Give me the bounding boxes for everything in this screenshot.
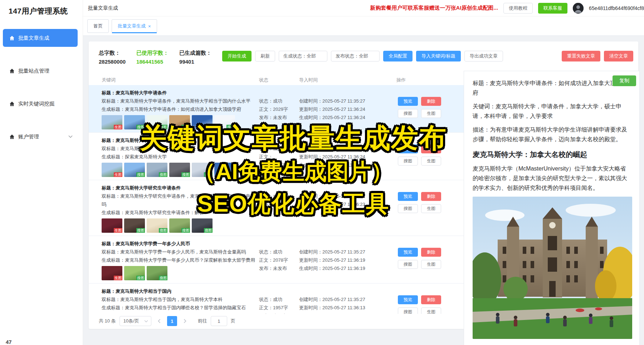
article-thumbnail[interactable]: 生图 — [102, 115, 122, 129]
preview-button[interactable]: 预览 — [398, 295, 418, 304]
publish-status-select[interactable]: 发布状态：全部 — [331, 51, 380, 61]
sidebar-footer-partial: 47 — [6, 339, 12, 345]
campus-photo — [473, 197, 632, 339]
article-thumbnail[interactable]: 搜图 — [124, 115, 145, 129]
publish-line: 发布：未发布 — [259, 161, 299, 169]
import-keywords-button[interactable]: 导入关键词/标题 — [416, 51, 461, 61]
preview-button[interactable]: 预览 — [398, 97, 418, 106]
copy-button[interactable]: 复制 — [613, 75, 636, 86]
delete-button[interactable]: 删除 — [421, 248, 441, 257]
article-thumbnail[interactable]: 搜图 — [147, 115, 167, 129]
article-thumbnail[interactable]: 搜图 — [124, 163, 145, 177]
search-image-tag: 搜图 — [204, 228, 213, 233]
search-image-button[interactable]: 搜图 — [398, 307, 418, 314]
prev-page-button[interactable] — [155, 316, 164, 326]
tutorial-button[interactable]: 使用教程 — [503, 3, 533, 14]
search-image-button[interactable]: 搜图 — [398, 109, 418, 118]
article-generated-title: 生成标题：麦克马斯特大学相当于国内哪些名校？留学选择的隐藏宝石 — [102, 304, 259, 312]
article-thumbnail[interactable]: 搜图 — [214, 163, 235, 177]
search-image-button[interactable]: 搜图 — [398, 260, 418, 269]
keyword-cell: 标题：麦克马斯特大学双标题：麦克马斯特大生成标题：探索麦克马斯特大学生图搜图搜图… — [102, 136, 259, 177]
goto-page-input[interactable] — [211, 316, 227, 326]
clear-articles-button[interactable]: 清空文章 — [604, 51, 633, 61]
tab-article-gen[interactable]: 批量文章生成× — [112, 19, 157, 33]
export-success-button[interactable]: 导出成功文章 — [464, 51, 503, 61]
keyword-cell: 标题：麦克马斯特大学相当于国内双标题：麦克马斯特大学相当于国内，麦克马斯特大学本… — [102, 287, 259, 314]
search-image-button[interactable]: 搜图 — [398, 204, 418, 213]
refresh-button[interactable]: 刷新 — [255, 51, 275, 61]
article-thumbnail[interactable]: 搜图 — [169, 115, 190, 129]
preview-button[interactable]: 预览 — [398, 192, 418, 201]
delete-button[interactable]: 删除 — [421, 295, 441, 304]
close-icon[interactable]: × — [148, 24, 151, 29]
user-id[interactable]: 65e4811dfb644f690f4cf8 — [589, 5, 644, 11]
article-thumbnail[interactable]: 搜图 — [169, 163, 190, 177]
article-thumbnail[interactable]: 生图 — [102, 266, 122, 280]
pagination: 共 10 条 10条/页 1 前往 页 — [99, 316, 235, 326]
next-page-button[interactable] — [181, 316, 189, 326]
sidebar-item-site-mgmt[interactable]: 批量站点管理 — [3, 62, 78, 80]
sidebar-item-account[interactable]: 账户管理 — [3, 128, 78, 146]
tab-label: 批量文章生成 — [118, 23, 146, 29]
sidebar: 147用户管理系统 批量文章生成批量站点管理实时关键词挖掘账户管理 47 — [0, 0, 83, 345]
article-thumbnail[interactable]: 生图 — [102, 218, 122, 233]
article-thumbnail[interactable]: 搜图 — [192, 163, 213, 177]
global-config-button[interactable]: 全局配置 — [383, 51, 413, 61]
stat-label: 已生成篇数： — [179, 49, 211, 57]
generate-status-select[interactable]: 生成状态：全部 — [279, 51, 327, 61]
article-thumbnail[interactable]: 搜图 — [214, 115, 235, 129]
generate-image-button[interactable]: 生图 — [421, 260, 441, 269]
status-line: 状态：成功 — [259, 144, 299, 153]
article-thumbnail[interactable]: 搜图 — [124, 266, 145, 280]
article-double-title: 双标题：麦克马斯特大学学费一年多少人民币，麦克马斯特含金量高吗 — [102, 248, 259, 256]
article-thumbnail[interactable]: 搜图 — [192, 218, 213, 233]
generate-image-button[interactable]: 生图 — [421, 109, 441, 118]
page-size-select[interactable]: 10条/页 — [119, 316, 151, 326]
article-thumbnail[interactable]: 搜图 — [124, 218, 145, 233]
sidebar-item-keyword-mining[interactable]: 实时关键词挖掘 — [3, 95, 78, 113]
article-thumbnail[interactable]: 搜图 — [147, 218, 167, 233]
article-thumbnail[interactable]: 搜图 — [147, 163, 167, 177]
preview-button[interactable]: 预览 — [398, 248, 418, 257]
page-number-button[interactable]: 1 — [167, 316, 177, 326]
time-cell: 创建时间：2025-05-27 11:35:27生成时间：2025-05-27 … — [299, 184, 396, 233]
article-thumbnail[interactable]: 生图 — [102, 163, 122, 177]
article-generated-title: 生成标题：探索麦克马斯特大学 — [102, 153, 259, 161]
delete-button[interactable]: 删除 — [421, 192, 441, 201]
preview-title: 标题：麦克马斯特大学申请条件：如何成功进入加拿大顶级学府 — [473, 78, 631, 98]
time-cell: 创建时间：2025-05-27 11:35:27更新时间：2025-05-27 … — [299, 287, 396, 314]
updated-time: 更新时间：2025-05-27 11:36:19 — [299, 256, 396, 264]
article-thumbnail[interactable]: 搜图 — [192, 115, 213, 129]
generate-image-button[interactable]: 生图 — [421, 204, 441, 213]
contact-support-button[interactable]: 联系客服 — [538, 3, 567, 14]
article-title: 标题：麦克马斯特大学相当于国内 — [102, 287, 259, 295]
generate-image-button[interactable]: 生图 — [421, 157, 441, 166]
thumbnail-strip: 生图搜图搜图 — [102, 266, 259, 280]
user-icon — [573, 3, 584, 14]
delete-button[interactable]: 删除 — [421, 144, 441, 153]
search-image-tag: 搜图 — [226, 125, 235, 129]
preview-button[interactable]: 预览 — [398, 144, 418, 153]
status-cell: 状态：成功发布：未发布 — [259, 184, 299, 233]
start-generate-button[interactable]: 开始生成 — [222, 51, 252, 61]
generate-image-button[interactable]: 生图 — [421, 307, 441, 314]
search-image-button[interactable]: 搜图 — [398, 157, 418, 166]
article-thumbnail[interactable]: 搜图 — [169, 218, 190, 233]
avatar[interactable] — [573, 3, 584, 14]
stat-value: 186441565 — [136, 57, 169, 66]
preview-description: 描述：为有意申请麦克马斯特大学的学生详细讲解申请要求及步骤，帮助你轻松掌握入学条… — [473, 125, 631, 144]
status-cell: 状态：成功正文：2078字发布：未发布 — [259, 240, 299, 280]
article-thumbnail[interactable]: 搜图 — [147, 266, 167, 280]
sidebar-item-article-gen[interactable]: 批量文章生成 — [3, 29, 78, 47]
delete-button[interactable]: 删除 — [421, 97, 441, 106]
created-time: 创建时间：2025-05-27 11:35:27 — [299, 248, 396, 256]
header-right: 新购套餐用户可联系客服赠送一万张AI原创生成配图... 使用教程 联系客服 65… — [370, 3, 644, 14]
tab-home[interactable]: 首页 — [87, 19, 109, 33]
reset-failed-button[interactable]: 重置失败文章 — [562, 51, 600, 61]
tab-bar: 首页批量文章生成× — [83, 16, 644, 36]
generated-time: 生成时间：2025-05-27 11:36:24 — [299, 113, 396, 122]
generated-time: 生成时间：2025-05-27 11:36:23 — [299, 200, 396, 208]
keyword-cell: 标题：麦克马斯特大学申请条件双标题：麦克马斯特大学申请条件，麦克马斯特大学相当于… — [102, 89, 259, 129]
search-image-tag: 搜图 — [159, 172, 167, 177]
announcement-text[interactable]: 新购套餐用户可联系客服赠送一万张AI原创生成配图... — [370, 5, 498, 11]
